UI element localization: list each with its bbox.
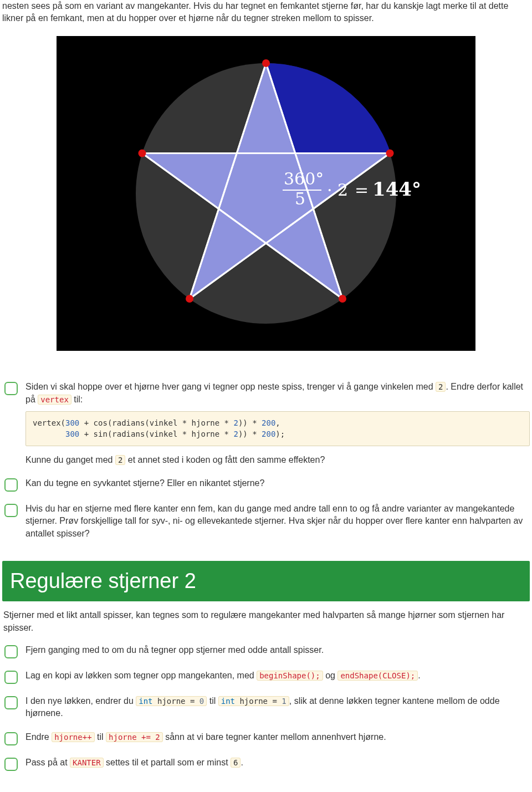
task-text: Endre (25, 732, 52, 742)
inline-code: endShape(CLOSE); (337, 671, 418, 681)
task-text: Hvis du har en stjerne med flere kanter … (25, 503, 530, 540)
checkbox[interactable] (4, 478, 18, 492)
task-text: settes til et partall som er minst (104, 758, 231, 767)
task-text: Kunne du ganget med (25, 455, 115, 464)
task-text: til: (71, 395, 83, 404)
checkbox[interactable] (4, 671, 18, 684)
inline-code: 6 (231, 758, 241, 768)
task-text: Pass på at (25, 758, 70, 767)
formula-denominator: 5 (295, 189, 305, 208)
task-item: Endre hjorne++ til hjorne += 2 sånn at v… (2, 727, 530, 750)
formula-result: 144° (372, 178, 421, 200)
checkbox[interactable] (4, 504, 18, 517)
inline-code: vertex (38, 395, 71, 405)
task-text: Siden vi skal hoppe over et hjørne hver … (25, 382, 436, 391)
task-text: . (241, 758, 243, 767)
task-item: Fjern ganging med to om du nå tegner opp… (2, 640, 530, 663)
svg-point-4 (339, 295, 346, 303)
task-text: I den nye løkken, endrer du (25, 696, 136, 706)
svg-point-5 (186, 295, 193, 303)
task-item: Lag en kopi av løkken som tegner opp man… (2, 665, 530, 688)
checkbox[interactable] (4, 645, 18, 658)
section-intro: Stjerner med et likt antall spisser, kan… (2, 609, 530, 634)
task-item: Pass på at KANTER settes til et partall … (2, 752, 530, 775)
task-text: til (207, 696, 218, 706)
checkbox[interactable] (4, 732, 18, 745)
svg-point-3 (386, 149, 394, 157)
formula-numerator: 360° (284, 169, 324, 188)
task-text: sånn at vi bare tegner kanter mellom ann… (163, 732, 386, 742)
inline-code: KANTER (70, 758, 104, 768)
task-text: og (323, 671, 338, 680)
checkbox[interactable] (4, 758, 18, 771)
task-text: . (418, 671, 420, 680)
task-item: I den nye løkken, endrer du int hjorne =… (2, 691, 530, 724)
inline-code: hjorne++ (52, 732, 94, 742)
checkbox[interactable] (4, 696, 18, 709)
inline-code: 2 (115, 455, 125, 465)
inline-code: int hjorne = 0 (136, 696, 207, 706)
star-diagram: 360° 5 · 2 = 144° (57, 36, 475, 351)
task-item: Kan du tegne en syvkantet stjerne? Eller… (2, 473, 530, 496)
task-text: Lag en kopi av løkken som tegner opp man… (25, 671, 257, 680)
section-heading: Regulære stjerner 2 (2, 561, 530, 601)
inline-code: 2 (436, 382, 446, 392)
checkbox[interactable] (4, 382, 18, 395)
inline-code: int hjorne = 1 (218, 696, 289, 706)
diagram-container: 360° 5 · 2 = 144° (2, 36, 530, 354)
formula-mul: · 2 (327, 180, 348, 200)
task-item: Siden vi skal hoppe over et hjørne hver … (2, 376, 530, 471)
svg-point-6 (139, 149, 146, 157)
inline-code: beginShape(); (257, 671, 323, 681)
task-text: til (95, 732, 106, 742)
task-text: et annet sted i koden og fått den samme … (125, 455, 325, 464)
svg-point-2 (262, 59, 270, 67)
intro-paragraph: nesten sees på som en variant av mangeka… (2, 0, 530, 25)
formula-eq: = (355, 180, 369, 200)
task-text: Kan du tegne en syvkantet stjerne? Eller… (25, 477, 530, 489)
inline-code: hjorne += 2 (106, 732, 163, 742)
task-item: Hvis du har en stjerne med flere kanter … (2, 498, 530, 544)
code-block: vertex(300 + cos(radians(vinkel * hjorne… (25, 411, 530, 446)
task-text: Fjern ganging med to om du nå tegner opp… (25, 644, 530, 656)
